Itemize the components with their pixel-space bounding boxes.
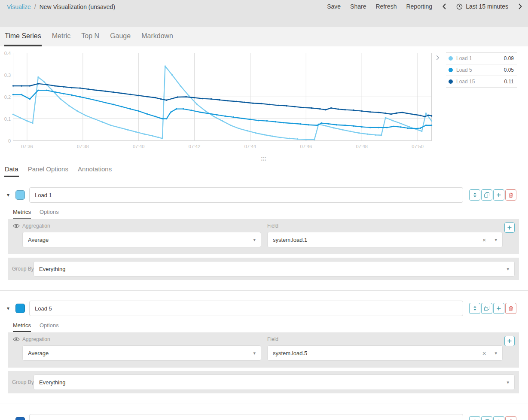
tab-options[interactable]: Options	[40, 209, 59, 219]
clone-series-button[interactable]	[481, 189, 492, 201]
metrics-panel: Aggregation Average ▾ Field system.load.…	[8, 332, 519, 368]
time-picker-button[interactable]: Last 15 minutes	[456, 3, 508, 10]
collapse-caret-icon[interactable]: ▾	[7, 414, 9, 420]
aggregation-label: Aggregation	[22, 223, 50, 229]
chevron-right-icon	[519, 3, 522, 9]
aggregation-select[interactable]: Average ▾	[22, 345, 261, 361]
breadcrumb-current: New Visualization (unsaved)	[40, 3, 115, 10]
series-label-input[interactable]	[29, 187, 463, 203]
svg-text:07:48: 07:48	[356, 144, 368, 149]
series-subtabs: Metrics Options	[13, 322, 59, 332]
group-by-value: Everything	[39, 266, 503, 272]
group-by-label: Group By	[12, 371, 34, 393]
svg-text:07:38: 07:38	[77, 144, 89, 149]
series-color-swatch[interactable]	[15, 304, 25, 313]
vis-tab-markdown[interactable]: Markdown	[141, 27, 174, 46]
reorder-series-button[interactable]	[469, 416, 480, 420]
aggregation-select[interactable]: Average ▾	[22, 232, 261, 247]
delete-series-button[interactable]	[505, 189, 516, 201]
action-refresh-button[interactable]: Refresh	[375, 3, 397, 10]
reorder-series-button[interactable]	[469, 189, 480, 201]
plus-icon	[507, 225, 512, 230]
eye-icon[interactable]	[13, 337, 20, 342]
tab-metrics[interactable]: Metrics	[13, 209, 31, 219]
editor-tab-data[interactable]: Data	[4, 162, 19, 177]
chevron-down-icon: ▾	[253, 350, 256, 356]
action-reporting-button[interactable]: Reporting	[406, 3, 432, 10]
legend-item[interactable]: Load 50.05	[446, 64, 517, 76]
field-select[interactable]: system.load.1 × ▾	[267, 232, 503, 247]
clear-field-icon[interactable]: ×	[482, 236, 486, 243]
delete-series-button[interactable]	[505, 303, 516, 314]
add-series-button[interactable]	[493, 416, 504, 420]
series-label-input[interactable]	[29, 414, 463, 420]
svg-text:0.2: 0.2	[4, 94, 11, 100]
clone-series-button[interactable]	[481, 303, 492, 314]
collapse-caret-icon[interactable]: ▾	[7, 187, 9, 203]
legend-collapse-button[interactable]	[436, 55, 439, 61]
svg-text:07:50: 07:50	[412, 144, 424, 149]
add-metric-button[interactable]	[504, 336, 515, 346]
tab-options[interactable]: Options	[40, 322, 59, 332]
group-by-panel: Group By Everything ▾	[8, 258, 519, 280]
chart-legend: Load 10.09Load 50.05Load 150.11	[446, 52, 517, 88]
time-forward-button[interactable]	[518, 3, 523, 10]
series-group: ▾ Metrics Options	[0, 301, 528, 414]
vis-tab-metric[interactable]: Metric	[52, 27, 71, 46]
chevron-left-icon	[443, 3, 446, 9]
topbar-actions: SaveShareRefreshReporting Last 15 minute…	[327, 3, 523, 10]
series-color-swatch[interactable]	[15, 190, 25, 200]
group-by-select[interactable]: Everything ▾	[34, 374, 515, 390]
add-series-button[interactable]	[493, 303, 504, 314]
legend-value: 0.09	[504, 55, 514, 61]
series-color-swatch[interactable]	[15, 417, 25, 420]
vis-tab-gauge[interactable]: Gauge	[110, 27, 131, 46]
series-header: ▾	[0, 414, 528, 420]
collapse-caret-icon[interactable]: ▾	[7, 301, 9, 316]
chevron-down-icon: ▾	[494, 350, 497, 356]
aggregation-label: Aggregation	[22, 336, 50, 342]
group-by-select[interactable]: Everything ▾	[34, 261, 515, 277]
plus-icon	[507, 338, 512, 344]
eye-icon[interactable]	[13, 223, 20, 228]
vis-tab-time-series[interactable]: Time Series	[4, 27, 42, 46]
series-divider	[0, 290, 528, 291]
clone-series-button[interactable]	[481, 416, 492, 420]
breadcrumb-visualize-link[interactable]: Visualize	[7, 3, 31, 10]
series-label-input[interactable]	[29, 301, 463, 316]
aggregation-value: Average	[28, 350, 250, 356]
action-share-button[interactable]: Share	[350, 3, 366, 10]
sort-arrows-icon	[473, 192, 477, 198]
series-divider	[0, 404, 528, 404]
legend-item[interactable]: Load 10.09	[446, 53, 517, 64]
clear-field-icon[interactable]: ×	[482, 350, 486, 357]
clock-icon	[456, 3, 463, 10]
field-select[interactable]: system.load.5 × ▾	[267, 345, 503, 361]
vis-type-tabs: Time SeriesMetricTop NGaugeMarkdown	[0, 27, 528, 46]
panel-resize-handle[interactable]: ••••••	[259, 156, 268, 160]
tab-metrics[interactable]: Metrics	[13, 322, 31, 332]
chevron-down-icon: ▾	[507, 266, 509, 272]
action-save-button[interactable]: Save	[327, 3, 341, 10]
clone-icon	[484, 192, 489, 198]
legend-label: Load 15	[456, 79, 504, 85]
legend-item[interactable]: Load 150.11	[446, 76, 517, 88]
editor-tab-annotations[interactable]: Annotations	[77, 162, 112, 177]
series-buttons	[469, 189, 516, 201]
svg-text:07:36: 07:36	[21, 144, 33, 149]
add-metric-button[interactable]	[504, 222, 515, 233]
svg-text:07:42: 07:42	[189, 144, 201, 149]
editor-tab-panel-options[interactable]: Panel Options	[27, 162, 69, 177]
time-back-button[interactable]	[442, 3, 447, 10]
svg-text:07:44: 07:44	[244, 144, 256, 149]
field-label: Field	[267, 223, 278, 229]
vis-tab-top-n[interactable]: Top N	[81, 27, 100, 46]
add-series-button[interactable]	[493, 189, 504, 201]
delete-series-button[interactable]	[505, 416, 516, 420]
reorder-series-button[interactable]	[469, 303, 480, 314]
timeseries-chart: 07:3607:3807:4007:4207:4407:4607:4807:50…	[0, 46, 434, 155]
svg-text:07:40: 07:40	[133, 144, 145, 149]
timeseries-chart-panel: 07:3607:3807:4007:4207:4407:4607:4807:50…	[0, 46, 528, 155]
legend-label: Load 1	[456, 55, 504, 61]
svg-text:0.4: 0.4	[4, 51, 11, 56]
